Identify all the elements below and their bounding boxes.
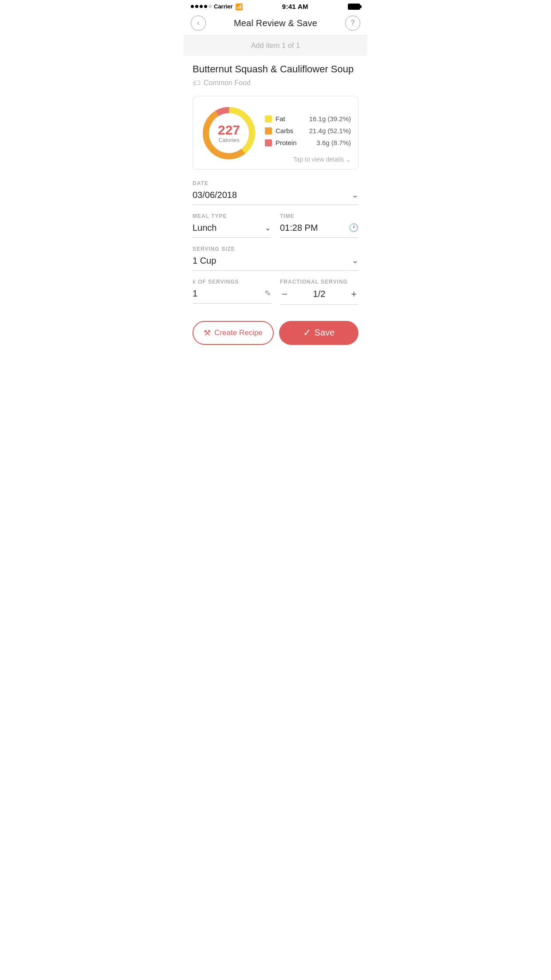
num-servings-value: 1 (193, 288, 197, 299)
fractional-minus-button[interactable]: − (280, 288, 289, 300)
num-servings-group: # OF SERVINGS 1 ✎ (193, 271, 271, 305)
tag-icon: 🏷 (193, 79, 201, 88)
servings-section: # OF SERVINGS 1 ✎ FRACTIONAL SERVING − 1… (184, 271, 367, 305)
num-servings-label: # OF SERVINGS (193, 279, 271, 285)
back-button[interactable]: ‹ (191, 16, 206, 31)
save-button[interactable]: ✓ Save (279, 321, 358, 345)
fractional-value: 1/2 (313, 289, 326, 299)
serving-size-value: 1 Cup (193, 256, 216, 266)
servings-row: # OF SERVINGS 1 ✎ FRACTIONAL SERVING − 1… (193, 271, 358, 305)
checkmark-icon: ✓ (303, 327, 311, 339)
carbs-value: 21.4g (52.1%) (309, 127, 351, 134)
status-time: 9:41 AM (282, 3, 308, 10)
clock-icon: 🕐 (349, 223, 358, 233)
status-left: Carrier 📶 (191, 3, 243, 10)
wifi-icon: 📶 (235, 3, 243, 10)
meal-type-field[interactable]: Lunch ⌄ (193, 223, 271, 238)
main-content: Butternut Squash & Cauliflower Soup 🏷 Co… (184, 56, 367, 170)
food-category-label: Common Food (204, 79, 251, 87)
help-button[interactable]: ? (345, 16, 360, 31)
num-servings-field: 1 ✎ (193, 288, 271, 304)
calorie-value: 227 (218, 123, 240, 136)
battery-icon (348, 4, 360, 10)
time-value: 01:28 PM (280, 223, 318, 233)
chevron-down-icon: ⌄ (346, 156, 351, 163)
time-field[interactable]: 01:28 PM 🕐 (280, 223, 358, 238)
add-item-label: Add item 1 of 1 (251, 42, 300, 49)
save-label: Save (315, 328, 335, 338)
date-section: DATE 03/06/2018 ⌄ (184, 180, 367, 205)
carbs-label: Carbs (276, 127, 302, 134)
fractional-group: FRACTIONAL SERVING − 1/2 + (280, 271, 358, 305)
nutrition-legend: Fat 16.1g (39.2%) Carbs 21.4g (52.1%) Pr… (265, 115, 351, 151)
date-chevron-icon: ⌄ (352, 190, 358, 200)
legend-protein: Protein 3.6g (8.7%) (265, 139, 351, 146)
date-label: DATE (193, 180, 358, 186)
protein-color (265, 139, 272, 146)
protein-value: 3.6g (8.7%) (316, 139, 351, 146)
carbs-color (265, 127, 272, 134)
donut-chart: 227 Calories (200, 104, 258, 162)
protein-label: Protein (276, 139, 302, 146)
tap-details-button[interactable]: Tap to view details ⌄ (293, 156, 351, 163)
nutrition-card: 227 Calories Fat 16.1g (39.2%) Carbs 21.… (193, 96, 358, 170)
fat-value: 16.1g (39.2%) (309, 115, 351, 122)
calories-label: Calories (218, 136, 240, 143)
back-chevron-icon: ‹ (197, 19, 199, 27)
time-label: TIME (280, 213, 358, 219)
fractional-label: FRACTIONAL SERVING (280, 279, 358, 285)
create-recipe-label: Create Recipe (214, 328, 263, 337)
edit-icon[interactable]: ✎ (264, 288, 271, 298)
date-field[interactable]: 03/06/2018 ⌄ (193, 190, 358, 205)
bottom-buttons: ⚒ Create Recipe ✓ Save (184, 312, 367, 356)
page-title: Meal Review & Save (234, 18, 317, 28)
meal-type-value: Lunch (193, 223, 217, 233)
food-name: Butternut Squash & Cauliflower Soup (193, 63, 358, 76)
tap-details-label: Tap to view details (293, 156, 344, 163)
nav-bar: ‹ Meal Review & Save ? (184, 12, 367, 36)
serving-size-chevron-icon: ⌄ (352, 256, 358, 265)
meal-type-chevron-icon: ⌄ (264, 223, 271, 233)
utensils-icon: ⚒ (204, 328, 211, 338)
food-category-row: 🏷 Common Food (193, 79, 358, 88)
subheader-banner: Add item 1 of 1 (184, 36, 367, 56)
fractional-field: − 1/2 + (280, 288, 358, 305)
signal-dots (191, 5, 212, 8)
meal-type-label: MEAL TYPE (193, 213, 271, 219)
date-value: 03/06/2018 (193, 190, 237, 200)
create-recipe-button[interactable]: ⚒ Create Recipe (193, 321, 274, 345)
carrier-label: Carrier (214, 3, 233, 10)
calorie-center: 227 Calories (218, 123, 240, 143)
fat-label: Fat (276, 115, 302, 122)
serving-size-field[interactable]: 1 Cup ⌄ (193, 256, 358, 271)
status-bar: Carrier 📶 9:41 AM (184, 0, 367, 12)
meal-time-row: MEAL TYPE Lunch ⌄ TIME 01:28 PM 🕐 (193, 205, 358, 238)
legend-carbs: Carbs 21.4g (52.1%) (265, 127, 351, 134)
serving-size-section: SERVING SIZE 1 Cup ⌄ (184, 246, 367, 271)
serving-size-label: SERVING SIZE (193, 246, 358, 252)
time-group: TIME 01:28 PM 🕐 (280, 205, 358, 238)
fractional-plus-button[interactable]: + (349, 288, 358, 300)
meal-time-section: MEAL TYPE Lunch ⌄ TIME 01:28 PM 🕐 (184, 205, 367, 238)
legend-fat: Fat 16.1g (39.2%) (265, 115, 351, 122)
meal-type-group: MEAL TYPE Lunch ⌄ (193, 205, 271, 238)
help-icon: ? (351, 19, 355, 27)
fat-color (265, 115, 272, 122)
